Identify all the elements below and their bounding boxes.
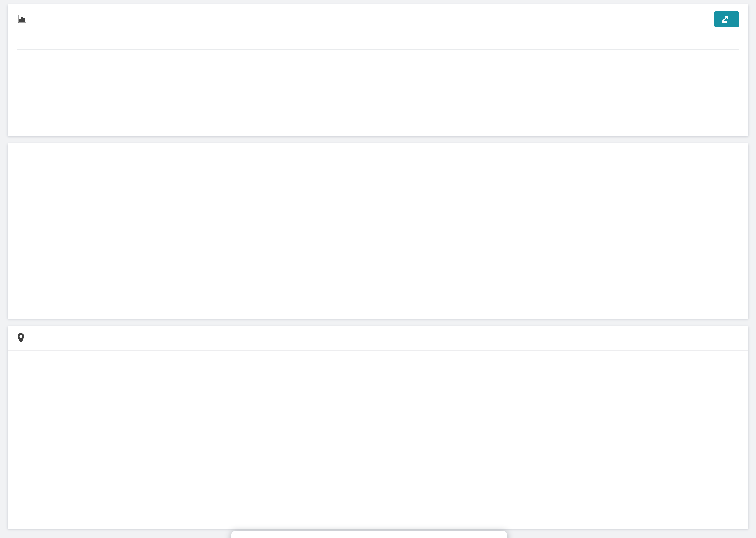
campaign-geo-opens-card — [8, 326, 748, 529]
export-icon — [721, 15, 729, 23]
export-basic-stats-button[interactable] — [714, 11, 739, 27]
geo-table-header — [387, 351, 738, 370]
tracking-stats-header — [8, 4, 748, 34]
geo-title — [17, 333, 29, 343]
map-pin-icon — [17, 333, 25, 343]
summary-stats — [17, 49, 739, 50]
tracking-stats-card — [8, 4, 748, 136]
geo-content — [8, 351, 748, 527]
geo-pie-chart — [44, 359, 192, 507]
bar-chart-icon — [17, 14, 27, 24]
page-title — [17, 14, 31, 24]
rates-card — [8, 143, 748, 319]
geo-table — [387, 351, 738, 370]
geo-header — [8, 326, 748, 351]
bottom-overlay — [231, 531, 507, 538]
